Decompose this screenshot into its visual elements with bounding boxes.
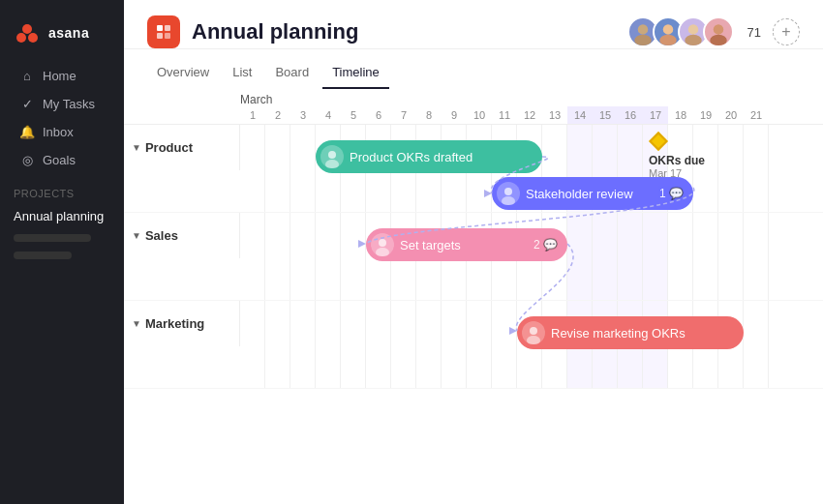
group-label: Sales: [145, 228, 178, 243]
add-member-button[interactable]: +: [773, 18, 800, 45]
header-right: 71 +: [627, 16, 800, 47]
gantt-row-marketing: ▼ MarketingRevise marketing OKRs: [124, 301, 823, 389]
gantt-cells-product: Product OKRs draftedStakeholder review1 …: [240, 125, 823, 212]
group-label: Product: [145, 140, 193, 155]
check-icon: ✓: [19, 97, 35, 111]
task-avatar-revise-marketing: [522, 321, 545, 344]
day-cell-12: 12: [517, 106, 542, 124]
header-left: Annual planning: [147, 15, 358, 48]
tab-list[interactable]: List: [223, 57, 261, 89]
svg-point-12: [685, 35, 702, 46]
asana-logo-text: asana: [48, 25, 89, 41]
tab-board[interactable]: Board: [265, 57, 319, 89]
svg-point-15: [328, 151, 336, 159]
main-content: Annual planning 71 + Overview: [124, 0, 823, 504]
day-cell-18: 18: [668, 106, 693, 124]
avatar-4: [703, 16, 734, 47]
sidebar-item-annual-planning[interactable]: Annual planning: [0, 203, 124, 229]
tab-timeline[interactable]: Timeline: [322, 57, 389, 89]
day-cell-19: 19: [693, 106, 718, 124]
row-label-marketing: ▼ Marketing: [124, 301, 240, 346]
milestone-diamond: [649, 132, 668, 151]
collapse-icon[interactable]: ▼: [132, 318, 141, 329]
project-label: Annual planning: [14, 209, 104, 223]
day-cell-1: 1: [240, 106, 265, 124]
sidebar-section-projects: Projects: [0, 174, 124, 203]
sidebar-item-home-label: Home: [43, 69, 76, 83]
day-cell-17: 17: [643, 106, 668, 124]
gantt-body: ▼ ProductProduct OKRs draftedStakeholder…: [124, 125, 823, 389]
day-cell-4: 4: [316, 106, 341, 124]
timeline-view: March 123456789101112131415161718192021 …: [124, 89, 823, 504]
collapse-icon[interactable]: ▼: [132, 142, 141, 153]
task-bar-set-targets[interactable]: Set targets2 💬: [366, 228, 567, 261]
sidebar-item-inbox[interactable]: 🔔 Inbox: [6, 118, 118, 146]
day-cell-16: 16: [618, 106, 643, 124]
sidebar-item-goals[interactable]: ◎ Goals: [6, 146, 118, 174]
sidebar: asana ⌂ Home ✓ My Tasks 🔔 Inbox ◎ Goals …: [0, 0, 124, 504]
inbox-icon: 🔔: [19, 125, 35, 139]
svg-rect-5: [157, 33, 163, 39]
day-cell-5: 5: [341, 106, 366, 124]
sidebar-item-goals-label: Goals: [43, 153, 76, 167]
task-avatar-set-targets: [371, 233, 394, 256]
svg-point-16: [325, 160, 339, 168]
day-cell-10: 10: [467, 106, 492, 124]
day-cell-21: 21: [744, 106, 769, 124]
gantt-cells-sales: Set targets2 💬: [240, 213, 823, 300]
milestone-date: Mar 17: [649, 167, 682, 179]
row-label-sales: ▼ Sales: [124, 213, 240, 258]
comment-badge-set-targets: 2 💬: [533, 238, 558, 252]
task-label-okrs-drafted: Product OKRs drafted: [350, 150, 472, 164]
task-bar-revise-marketing[interactable]: Revise marketing OKRs: [517, 316, 744, 349]
sidebar-item-inbox-label: Inbox: [43, 125, 74, 139]
svg-point-18: [502, 196, 515, 205]
task-bar-stakeholder-review[interactable]: Stakeholder review1 💬: [492, 177, 693, 210]
project-icon: [147, 15, 180, 48]
row-label-product: ▼ Product: [124, 125, 240, 170]
gantt-row-sales: ▼ SalesSet targets2 💬: [124, 213, 823, 301]
gantt-row-product: ▼ ProductProduct OKRs draftedStakeholder…: [124, 125, 823, 213]
sidebar-skeleton-2: [14, 252, 72, 259]
day-cell-9: 9: [442, 106, 467, 124]
task-label-stakeholder-review: Stakeholder review: [526, 187, 633, 201]
svg-rect-6: [165, 33, 170, 39]
task-bar-okrs-drafted[interactable]: Product OKRs drafted: [316, 140, 542, 173]
svg-point-21: [530, 327, 537, 335]
milestone: OKRs dueMar 17: [649, 134, 705, 179]
month-label: March: [124, 89, 823, 106]
day-cell-6: 6: [366, 106, 391, 124]
day-cell-7: 7: [391, 106, 416, 124]
page-header: Annual planning 71 +: [124, 0, 823, 49]
svg-point-0: [22, 24, 32, 34]
day-cell-20: 20: [718, 106, 744, 124]
sidebar-item-home[interactable]: ⌂ Home: [6, 62, 118, 90]
day-cell-14: 14: [567, 106, 593, 124]
group-label: Marketing: [145, 316, 204, 331]
sidebar-item-my-tasks[interactable]: ✓ My Tasks: [6, 90, 118, 118]
svg-point-17: [504, 188, 512, 195]
svg-point-11: [687, 24, 698, 35]
days-row: 123456789101112131415161718192021: [124, 106, 823, 124]
task-label-revise-marketing: Revise marketing OKRs: [551, 326, 686, 341]
svg-point-13: [713, 24, 723, 35]
comment-badge-stakeholder-review: 1 💬: [659, 187, 684, 200]
task-label-set-targets: Set targets: [400, 238, 461, 252]
page-title: Annual planning: [192, 19, 358, 44]
avatar-stack: [627, 16, 734, 47]
tab-bar: Overview List Board Timeline: [124, 57, 823, 89]
day-cell-13: 13: [542, 106, 567, 124]
task-avatar-stakeholder-review: [497, 182, 520, 205]
day-cell-2: 2: [265, 106, 290, 124]
svg-point-8: [634, 35, 652, 46]
svg-rect-3: [157, 25, 163, 31]
tab-overview[interactable]: Overview: [147, 57, 219, 89]
svg-rect-4: [165, 25, 170, 31]
sidebar-logo: asana: [0, 12, 124, 62]
gantt-cells-marketing: Revise marketing OKRs: [240, 301, 823, 388]
svg-point-9: [662, 24, 673, 35]
goals-icon: ◎: [19, 153, 35, 167]
collapse-icon[interactable]: ▼: [132, 230, 141, 241]
svg-point-10: [659, 35, 677, 46]
milestone-label: OKRs due: [649, 154, 705, 167]
